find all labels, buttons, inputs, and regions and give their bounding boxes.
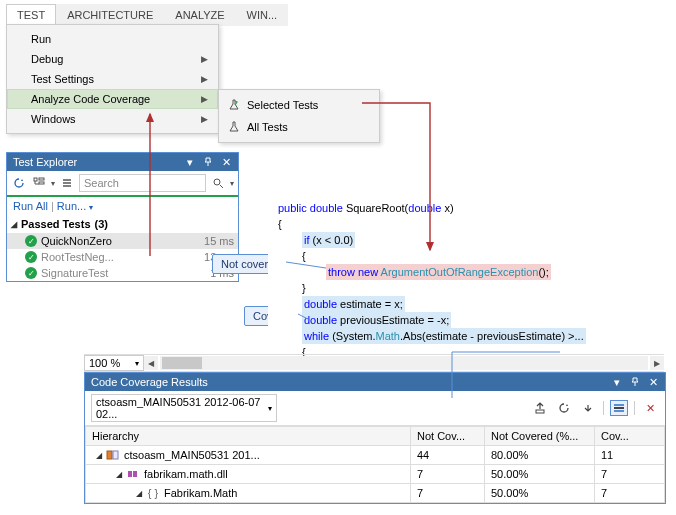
code-token: double [310, 202, 343, 214]
code-token: x) [441, 202, 453, 214]
coverage-file-icon [106, 449, 120, 461]
collapse-icon[interactable]: ◢ [136, 489, 142, 498]
search-icon[interactable] [210, 175, 226, 191]
svg-rect-2 [39, 182, 44, 184]
menu-tab-test[interactable]: TEST [6, 4, 56, 26]
refresh-icon[interactable] [555, 400, 573, 416]
test-item[interactable]: ✓ QuickNonZero 15 ms [7, 233, 238, 249]
close-icon[interactable]: ✕ [218, 155, 234, 169]
flask-icon [227, 120, 241, 134]
search-placeholder: Search [84, 177, 119, 189]
menu-tab-window[interactable]: WIN... [236, 4, 289, 26]
horizontal-scrollbar[interactable] [160, 356, 648, 370]
menu-item-debug[interactable]: Debug ▶ [7, 49, 218, 69]
submenu-label: All Tests [247, 121, 288, 133]
code-token: { [302, 250, 306, 262]
menu-item-label: Analyze Code Coverage [31, 93, 150, 105]
code-token: double [408, 202, 441, 214]
cell-not-covered-pct: 80.00% [485, 446, 595, 465]
import-icon[interactable] [531, 400, 549, 416]
dropdown-arrow-icon[interactable]: ▾ [89, 203, 93, 212]
table-row[interactable]: ◢ fabrikam.math.dll 7 50.00% 7 [86, 465, 665, 484]
dropdown-arrow-icon[interactable]: ▾ [51, 179, 55, 188]
flask-check-icon [227, 98, 241, 112]
menu-item-analyze-code-coverage[interactable]: Analyze Code Coverage ▶ [7, 89, 218, 109]
test-explorer-toolbar: ▾ Search ▾ [7, 171, 238, 197]
menu-tab-architecture[interactable]: ARCHITECTURE [56, 4, 164, 26]
menu-item-run[interactable]: Run [7, 29, 218, 49]
menu-tab-analyze[interactable]: ANALYZE [164, 4, 235, 26]
svg-rect-4 [536, 410, 544, 413]
group-count: (3) [95, 218, 108, 230]
ccr-toolbar: ctsoasm_MAIN50531 2012-06-07 02... ▾ ✕ [85, 391, 665, 426]
table-header-row: Hierarchy Not Cov... Not Covered (%... C… [86, 427, 665, 446]
code-token: (System. [329, 330, 375, 342]
code-token: estimate = x; [337, 298, 403, 310]
test-menu-dropdown: Run Debug ▶ Test Settings ▶ Analyze Code… [6, 24, 219, 134]
module-icon [126, 468, 140, 480]
chevron-right-icon: ▶ [201, 114, 208, 124]
close-icon[interactable]: ✕ [645, 375, 661, 389]
toggle-coloring-button[interactable] [610, 400, 628, 416]
chevron-down-icon: ▾ [135, 359, 139, 368]
dropdown-arrow-icon[interactable]: ▾ [230, 179, 234, 188]
svg-rect-8 [107, 451, 112, 459]
pin-icon[interactable] [627, 375, 643, 389]
window-menu-icon[interactable]: ▾ [609, 375, 625, 389]
separator [634, 401, 635, 415]
col-hierarchy[interactable]: Hierarchy [86, 427, 411, 446]
col-not-covered[interactable]: Not Cov... [411, 427, 485, 446]
table-row[interactable]: ◢ ctsoasm_MAIN50531 201... 44 80.00% 11 [86, 446, 665, 465]
svg-rect-10 [128, 471, 132, 477]
scroll-left-icon[interactable]: ◀ [144, 356, 158, 370]
test-name: RootTestNeg... [41, 251, 114, 263]
code-token: Math [376, 330, 400, 342]
list-icon[interactable] [59, 175, 75, 191]
run-link[interactable]: Run... [57, 200, 86, 212]
pin-icon[interactable] [200, 155, 216, 169]
test-item[interactable]: ✓ SignatureTest 1 ms [7, 265, 238, 281]
menu-bar: TEST ARCHITECTURE ANALYZE WIN... [6, 4, 288, 26]
collapse-icon[interactable]: ◢ [96, 451, 102, 460]
code-token: { [278, 218, 282, 230]
scroll-thumb[interactable] [162, 357, 202, 369]
delete-icon[interactable]: ✕ [641, 400, 659, 416]
coverage-run-select[interactable]: ctsoasm_MAIN50531 2012-06-07 02... ▾ [91, 394, 277, 422]
code-token: (); [538, 266, 548, 278]
zoom-select[interactable]: 100 % ▾ [84, 355, 144, 371]
export-icon[interactable] [579, 400, 597, 416]
hier-label: fabrikam.math.dll [144, 468, 228, 480]
test-group-heading[interactable]: ◢ Passed Tests (3) [7, 215, 238, 233]
group-tree-icon[interactable] [31, 175, 47, 191]
cell-not-covered: 44 [411, 446, 485, 465]
scroll-right-icon[interactable]: ▶ [650, 356, 664, 370]
col-not-covered-pct[interactable]: Not Covered (%... [485, 427, 595, 446]
table-row[interactable]: ◢ { } Fabrikam.Math 7 50.00% 7 [86, 484, 665, 503]
collapse-icon[interactable]: ◢ [116, 470, 122, 479]
submenu-selected-tests[interactable]: Selected Tests [219, 94, 379, 116]
code-token: ArgumentOutOfRangeException [381, 266, 539, 278]
zoom-value: 100 % [89, 357, 120, 369]
run-all-link[interactable]: Run All [13, 200, 48, 212]
window-menu-icon[interactable]: ▾ [182, 155, 198, 169]
refresh-icon[interactable] [11, 175, 27, 191]
submenu-all-tests[interactable]: All Tests [219, 116, 379, 138]
col-covered[interactable]: Cov... [595, 427, 665, 446]
code-token: .Abs(estimate - previousEstimate) >... [400, 330, 584, 342]
test-name: SignatureTest [41, 267, 108, 279]
editor-zoom-bar: 100 % ▾ ◀ ▶ [84, 354, 664, 372]
svg-rect-6 [614, 407, 624, 409]
code-editor[interactable]: public double SquareRoot(double x) { if … [268, 200, 664, 360]
search-input[interactable]: Search [79, 174, 206, 192]
menu-item-label: Run [31, 33, 51, 45]
code-token: (x < 0.0) [310, 234, 354, 246]
menu-item-windows[interactable]: Windows ▶ [7, 109, 218, 129]
coverage-table: Hierarchy Not Cov... Not Covered (%... C… [85, 426, 665, 503]
run-bar: Run All | Run... ▾ [7, 197, 238, 215]
menu-item-label: Debug [31, 53, 63, 65]
menu-item-test-settings[interactable]: Test Settings ▶ [7, 69, 218, 89]
group-label: Passed Tests [21, 218, 91, 230]
test-item[interactable]: ✓ RootTestNeg... 13 ms [7, 249, 238, 265]
chevron-down-icon: ▾ [268, 404, 272, 413]
code-token: throw [328, 266, 355, 278]
